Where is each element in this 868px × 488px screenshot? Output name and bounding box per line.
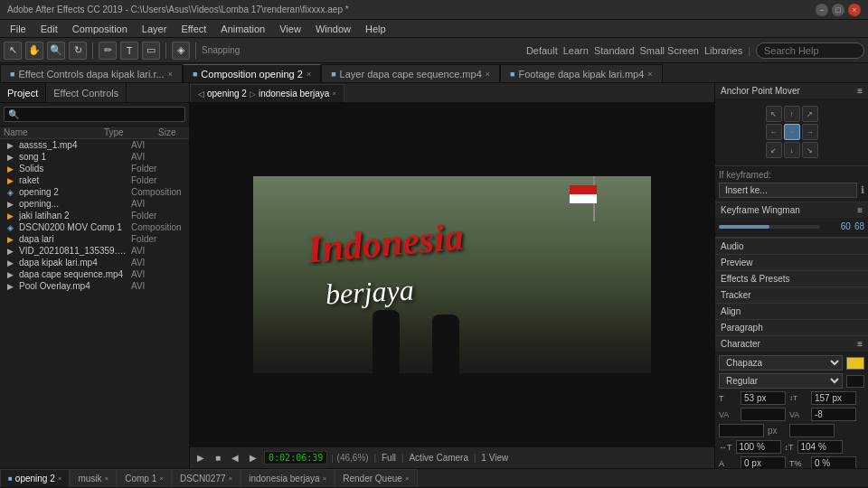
preset-libraries[interactable]: Libraries — [704, 45, 742, 56]
list-item[interactable]: ▶ raket Folder — [0, 174, 189, 186]
font-family-dropdown[interactable]: Chapaza — [719, 355, 843, 371]
tab-layer[interactable]: ■ Layer dapa cape sequence.mp4 × — [321, 64, 500, 82]
preview-header[interactable]: Preview — [715, 255, 868, 270]
tool-puppet[interactable]: ◈ — [172, 42, 190, 60]
tool-hand[interactable]: ✋ — [25, 42, 43, 60]
preset-learn[interactable]: Learn — [563, 45, 589, 56]
stop-button[interactable]: ■ — [212, 453, 224, 463]
keyframe-wingman-header[interactable]: Keyframe Wingman ≡ — [715, 202, 868, 218]
close-tab-footage[interactable]: × — [647, 70, 652, 79]
preset-default[interactable]: Default — [526, 45, 558, 56]
font-style-dropdown[interactable]: Regular — [719, 373, 843, 389]
menu-edit[interactable]: Edit — [34, 22, 64, 36]
menu-file[interactable]: File — [4, 22, 33, 36]
search-input[interactable] — [756, 42, 864, 59]
close-tab-layer[interactable]: × — [486, 70, 490, 79]
leading-input[interactable] — [811, 391, 856, 405]
project-tab[interactable]: Project — [0, 83, 46, 102]
audio-header[interactable]: Audio — [715, 239, 868, 254]
close-tab-effect[interactable]: × — [168, 70, 173, 79]
tool-zoom[interactable]: 🔍 — [47, 42, 65, 60]
paragraph-header[interactable]: Paragraph — [715, 320, 868, 335]
list-item[interactable]: ▶ song 1 AVI — [0, 151, 189, 163]
project-search-input[interactable] — [4, 107, 185, 122]
prev-frame-button[interactable]: ◀ — [228, 453, 242, 463]
comp-tab-opening2[interactable]: ◁ opening 2 ▷ indonesia berjaya × — [190, 84, 344, 102]
tab-footage[interactable]: ■ Footage dapa kipak lari.mp4 × — [500, 64, 663, 82]
tsume-input[interactable] — [811, 456, 856, 468]
keyframe-slider[interactable] — [719, 225, 820, 229]
minimize-button[interactable]: − — [816, 4, 828, 16]
menu-animation[interactable]: Animation — [214, 22, 271, 36]
tool-pen[interactable]: ✏ — [99, 42, 117, 60]
menu-view[interactable]: View — [273, 22, 307, 36]
list-item[interactable]: ▶ jaki latihan 2 Folder — [0, 210, 189, 221]
tool-text[interactable]: T — [120, 42, 138, 60]
list-item[interactable]: ▶ dapa cape sequence.mp4 AVI — [0, 268, 189, 280]
align-header[interactable]: Align — [715, 304, 868, 319]
tracking-input[interactable] — [811, 408, 856, 421]
viewer-timecode[interactable]: 0:02:06:39 — [264, 451, 327, 465]
close-button[interactable]: × — [848, 4, 861, 16]
menu-window[interactable]: Window — [309, 22, 357, 36]
anchor-tc[interactable]: ↑ — [784, 106, 800, 122]
insert-keyframe-dropdown[interactable]: Insert ke... — [719, 183, 857, 198]
menu-composition[interactable]: Composition — [66, 22, 134, 36]
char-input-placeholder[interactable] — [719, 424, 764, 437]
effect-controls-tab[interactable]: Effect Controls — [46, 83, 127, 102]
list-item[interactable]: ▶ aassss_1.mp4 AVI — [0, 139, 189, 151]
tl-tab-opening2[interactable]: ■ opening 2 × — [0, 469, 70, 487]
menu-help[interactable]: Help — [359, 22, 392, 36]
menu-effect[interactable]: Effect — [175, 22, 212, 36]
next-frame-button[interactable]: ▶ — [246, 453, 260, 463]
menu-layer[interactable]: Layer — [136, 22, 174, 36]
list-item[interactable]: ◈ DSCN0200 MOV Comp 1 Composition — [0, 221, 189, 233]
baseline-input[interactable] — [741, 456, 786, 468]
list-item[interactable]: ▶ dapa kipak lari.mp4 AVI — [0, 257, 189, 268]
tl-tab-render[interactable]: Render Queue × — [335, 469, 417, 487]
maximize-button[interactable]: □ — [832, 4, 844, 16]
keyframe-info-icon[interactable]: ℹ — [861, 184, 864, 196]
anchor-tl[interactable]: ↖ — [766, 106, 782, 122]
close-comp-tab[interactable]: × — [332, 89, 336, 98]
scale-h-input[interactable] — [736, 440, 781, 454]
effects-presets-header[interactable]: Effects & Presets — [715, 271, 868, 286]
tool-shape[interactable]: ▭ — [142, 42, 160, 60]
scale-v-input[interactable] — [797, 440, 843, 454]
kern-input[interactable] — [741, 408, 786, 421]
preset-small-screen[interactable]: Small Screen — [640, 45, 699, 56]
anchor-tr[interactable]: ↗ — [802, 106, 818, 122]
anchor-bl[interactable]: ↙ — [766, 142, 782, 158]
list-item[interactable]: ◈ opening 2 Composition — [0, 186, 189, 198]
character-header[interactable]: Character ≡ — [715, 336, 868, 352]
tab-effect-controls[interactable]: ■ Effect Controls dapa kipak lari.r... × — [0, 64, 183, 82]
tool-rotate[interactable]: ↻ — [69, 42, 87, 60]
tool-select[interactable]: ↖ — [4, 42, 22, 60]
text-color-swatch-2[interactable] — [846, 375, 864, 388]
text-color-swatch[interactable] — [846, 357, 864, 370]
list-item[interactable]: ▶ VID_20210811_135359.mp4 AVI — [0, 245, 189, 257]
tab-composition-opening2[interactable]: ■ Composition opening 2 × — [183, 64, 321, 82]
play-button[interactable]: ▶ — [193, 453, 208, 463]
anchor-point-header[interactable]: Anchor Point Mover ≡ — [715, 83, 868, 99]
list-item[interactable]: ▶ Solids Folder — [0, 163, 189, 174]
anchor-mc[interactable]: · — [784, 124, 800, 140]
anchor-mr[interactable]: → — [802, 124, 818, 140]
list-item[interactable]: ▶ opening... AVI — [0, 198, 189, 210]
anchor-br[interactable]: ↘ — [802, 142, 818, 158]
quality-label[interactable]: Full — [382, 453, 396, 463]
tracker-header[interactable]: Tracker — [715, 287, 868, 303]
tl-tab-dscn0277[interactable]: DSCN0277 × — [172, 469, 241, 487]
preset-standard[interactable]: Standard — [594, 45, 635, 56]
tl-tab-indonesia[interactable]: indonesia berjaya × — [241, 469, 335, 487]
close-tab-comp[interactable]: × — [307, 70, 311, 79]
tl-tab-comp1[interactable]: Comp 1 × — [117, 469, 172, 487]
list-item[interactable]: ▶ dapa lari Folder — [0, 233, 189, 245]
anchor-ml[interactable]: ← — [766, 124, 782, 140]
char-input-2[interactable] — [789, 424, 835, 437]
camera-label[interactable]: Active Camera — [409, 453, 468, 463]
tl-tab-musik[interactable]: musik × — [70, 469, 117, 487]
anchor-bc[interactable]: ↓ — [784, 142, 800, 158]
list-item[interactable]: ▶ Pool Overlay.mp4 AVI — [0, 280, 189, 292]
view-count[interactable]: 1 View — [481, 453, 508, 463]
